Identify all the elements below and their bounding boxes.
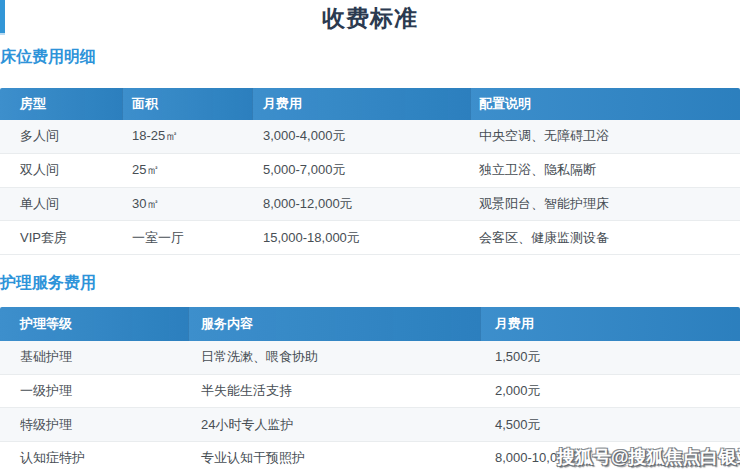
table-row: VIP套房 一室一厅 15,000-18,000元 会客区、健康监测设备 [0,221,740,255]
monthly-fee-cell: 1,500元 [481,341,740,374]
monthly-fee-cell: 8,000-12,000元 [253,188,471,221]
table-row: 双人间 25㎡ 5,000-7,000元 独立卫浴、隐私隔断 [0,154,740,188]
table-row: 特级护理 24小时专人监护 4,500元 [0,408,740,442]
table-header-row: 护理等级 服务内容 月费用 [0,307,740,341]
service-content-cell: 半失能生活支持 [189,375,481,408]
column-header-configuration: 配置说明 [471,88,740,120]
area-cell: 一室一厅 [123,221,253,254]
sohu-watermark: 搜狐号@搜狐焦点白银站 [557,445,740,469]
monthly-fee-cell: 2,000元 [481,375,740,408]
section-heading-bed-fees: 床位费用明细 [0,47,96,68]
service-content-cell: 24小时专人监护 [189,408,481,441]
care-level-cell: 认知症特护 [0,442,189,475]
table-header-row: 房型 面积 月费用 配置说明 [0,88,740,120]
configuration-cell: 独立卫浴、隐私隔断 [471,154,740,187]
care-level-cell: 特级护理 [0,408,189,441]
page-title: 收费标准 [0,3,740,34]
care-level-cell: 一级护理 [0,375,189,408]
room-type-cell: 单人间 [0,188,123,221]
service-content-cell: 专业认知干预照护 [189,442,481,475]
area-cell: 18-25㎡ [123,120,253,153]
configuration-cell: 会客区、健康监测设备 [471,221,740,254]
column-header-care-level: 护理等级 [0,307,189,341]
room-type-cell: 多人间 [0,120,123,153]
bed-fee-table: 房型 面积 月费用 配置说明 多人间 18-25㎡ 3,000-4,000元 中… [0,88,740,255]
column-header-room-type: 房型 [0,88,123,120]
fee-standards-page: 收费标准 床位费用明细 房型 面积 月费用 配置说明 多人间 18-25㎡ 3,… [0,0,740,475]
room-type-cell: 双人间 [0,154,123,187]
column-header-service-content: 服务内容 [189,307,481,341]
room-type-cell: VIP套房 [0,221,123,254]
monthly-fee-cell: 5,000-7,000元 [253,154,471,187]
table-row: 多人间 18-25㎡ 3,000-4,000元 中央空调、无障碍卫浴 [0,120,740,154]
area-cell: 30㎡ [123,188,253,221]
column-header-area: 面积 [123,88,253,120]
monthly-fee-cell: 15,000-18,000元 [253,221,471,254]
monthly-fee-cell: 4,500元 [481,408,740,441]
table-row: 基础护理 日常洗漱、喂食协助 1,500元 [0,341,740,375]
monthly-fee-cell: 3,000-4,000元 [253,120,471,153]
configuration-cell: 中央空调、无障碍卫浴 [471,120,740,153]
column-header-monthly-fee: 月费用 [481,307,740,341]
column-header-monthly-fee: 月费用 [253,88,471,120]
area-cell: 25㎡ [123,154,253,187]
configuration-cell: 观景阳台、智能护理床 [471,188,740,221]
table-row: 一级护理 半失能生活支持 2,000元 [0,375,740,409]
table-row: 单人间 30㎡ 8,000-12,000元 观景阳台、智能护理床 [0,188,740,222]
care-level-cell: 基础护理 [0,341,189,374]
section-heading-nursing-fees: 护理服务费用 [0,273,96,294]
service-content-cell: 日常洗漱、喂食协助 [189,341,481,374]
